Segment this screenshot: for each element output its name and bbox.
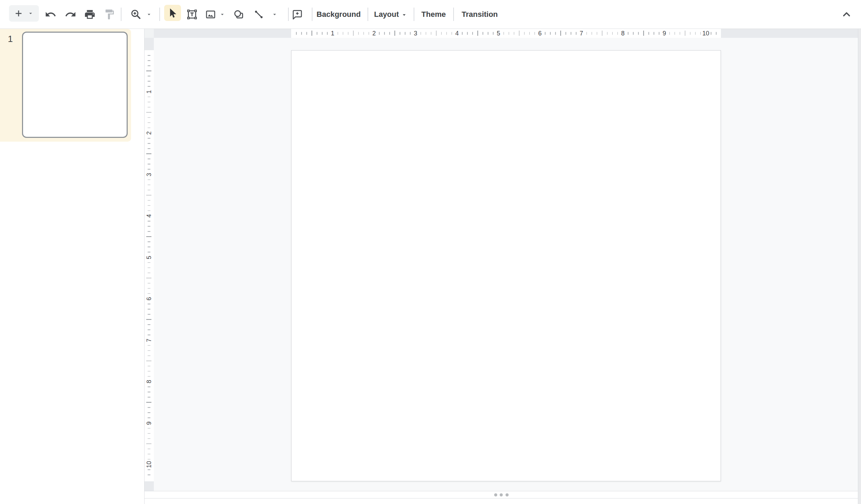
ruler-tick [148, 86, 150, 87]
line-dropdown-caret[interactable] [272, 11, 278, 18]
ruler-tick [146, 402, 151, 403]
ruler-tick [343, 32, 343, 35]
v-ruler-number: 2 [146, 131, 153, 135]
filmstrip-panel: 1 [0, 29, 144, 504]
h-ruler-number: 2 [372, 29, 376, 38]
ruler-tick [550, 32, 551, 35]
ruler-tick [148, 205, 150, 206]
image-icon [205, 9, 216, 20]
ruler-tick [659, 32, 660, 35]
line-button[interactable] [253, 8, 265, 21]
magnifier-plus-icon [130, 9, 142, 20]
ruler-tick [148, 288, 150, 289]
ruler-tick [148, 148, 150, 149]
transition-button-label: Transition [461, 10, 498, 19]
undo-arrow-icon [45, 9, 56, 20]
slide-page[interactable] [291, 50, 721, 481]
ruler-tick [680, 32, 680, 35]
ruler-tick [607, 32, 608, 35]
layout-button[interactable]: Layout [371, 0, 410, 29]
ruler-tick [146, 112, 151, 113]
ruler-tick [148, 304, 150, 304]
background-button[interactable]: Background [317, 0, 361, 29]
ruler-tick [612, 32, 613, 35]
text-box-icon [186, 9, 198, 20]
ruler-tick [148, 138, 150, 139]
ruler-tick [369, 32, 369, 35]
ruler-tick [421, 32, 421, 35]
ruler-tick [488, 32, 489, 35]
image-button[interactable] [204, 8, 217, 21]
ruler-tick [716, 32, 716, 35]
ruler-tick [586, 32, 587, 35]
select-tool-button[interactable] [164, 5, 181, 21]
ruler-tick [146, 278, 151, 278]
theme-button[interactable]: Theme [417, 0, 450, 29]
ruler-tick [514, 32, 514, 35]
zoom-dropdown-caret[interactable] [146, 11, 152, 18]
ruler-tick [358, 32, 359, 35]
ruler-tick [509, 32, 509, 35]
right-scrollbar-track[interactable] [858, 29, 861, 504]
ruler-tick [148, 65, 150, 66]
ruler-tick [148, 474, 150, 475]
ruler-tick [363, 32, 364, 35]
notes-area[interactable] [145, 498, 861, 504]
shape-button[interactable] [233, 8, 245, 21]
ruler-tick [695, 32, 696, 35]
ruler-tick [148, 325, 150, 325]
ruler-tick [441, 32, 442, 35]
ruler-tick [148, 97, 150, 97]
redo-button[interactable] [64, 8, 77, 21]
image-dropdown-caret[interactable] [219, 11, 225, 18]
v-ruler-number: 6 [146, 297, 153, 300]
ruler-tick [146, 195, 151, 196]
ruler-tick [534, 32, 535, 35]
horizontal-ruler-scale: 12345678910 [291, 29, 721, 38]
caret-down-icon [146, 11, 152, 18]
v-ruler-number: 8 [146, 380, 153, 383]
new-slide-button[interactable] [9, 5, 39, 22]
undo-button[interactable] [44, 8, 57, 21]
printer-icon [84, 9, 96, 20]
toolbar-separator [159, 8, 160, 21]
ruler-tick [389, 32, 390, 35]
ruler-tick [571, 32, 572, 35]
chevron-up-icon [841, 9, 852, 20]
notes-resize-handle[interactable] [145, 491, 858, 498]
ruler-tick [685, 31, 685, 36]
text-box-button[interactable] [186, 8, 198, 21]
ruler-tick [146, 361, 151, 361]
hide-menus-button[interactable] [840, 8, 853, 21]
ruler-tick [148, 449, 150, 449]
ruler-tick [148, 407, 150, 408]
slide-number: 1 [5, 34, 16, 44]
ruler-tick [301, 32, 302, 35]
ruler-tick [148, 350, 150, 351]
caret-down-icon [401, 12, 407, 18]
comment-button[interactable] [291, 8, 304, 21]
slide-thumbnail[interactable] [22, 32, 128, 138]
slide-selection-highlight[interactable]: 1 [0, 29, 131, 142]
transition-button[interactable]: Transition [457, 0, 503, 29]
ruler-tick [410, 32, 411, 35]
ruler-tick [148, 226, 150, 227]
ruler-tick [467, 32, 468, 35]
paint-format-button[interactable] [103, 8, 116, 21]
vertical-ruler-scale: 12345678910 [145, 50, 154, 481]
plus-icon [13, 8, 24, 19]
ruler-tick [348, 32, 349, 35]
print-button[interactable] [84, 8, 96, 21]
ruler-tick [148, 262, 150, 263]
v-ruler-number: 5 [146, 255, 153, 259]
ruler-tick [148, 60, 150, 61]
ruler-tick [669, 32, 670, 35]
zoom-button[interactable] [130, 8, 142, 21]
h-ruler-number: 1 [331, 29, 334, 38]
new-slide-dropdown-caret-icon[interactable] [28, 10, 34, 17]
ruler-tick [148, 210, 150, 211]
ruler-tick [338, 32, 338, 35]
drag-dot-icon [506, 493, 509, 496]
h-ruler-number: 7 [580, 29, 583, 38]
drag-dot-icon [494, 493, 497, 496]
